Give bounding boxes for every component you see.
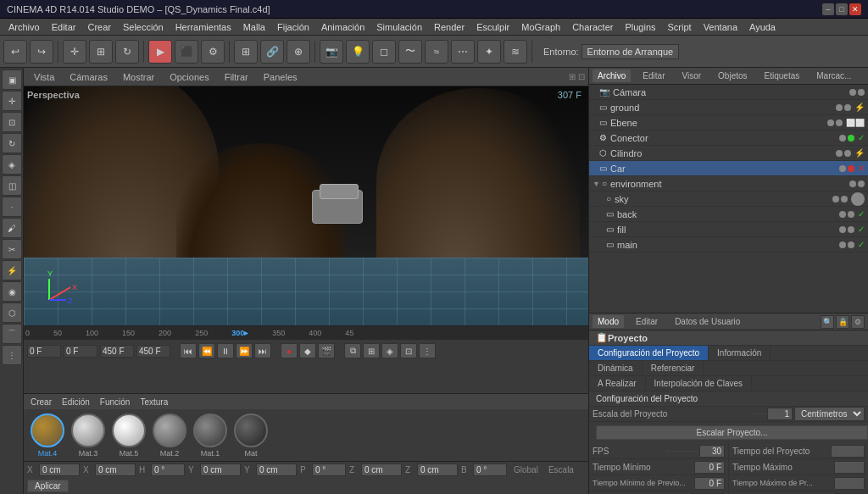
obj-row-cilindro[interactable]: ⬡ Cilindro ⚡: [589, 146, 868, 161]
move-tool[interactable]: ✛: [2, 91, 22, 111]
attr-interpolacion-tab[interactable]: Interpolación de Claves: [646, 376, 753, 391]
lock-icon[interactable]: 🔒: [836, 315, 849, 329]
light-button[interactable]: 💡: [346, 40, 370, 64]
material-item-mat[interactable]: Mat: [234, 414, 268, 458]
obj-row-car[interactable]: ▭ Car ✕: [589, 161, 868, 176]
material-item-mat.5[interactable]: Mat.5: [112, 414, 146, 458]
obj-tab-visor[interactable]: Visor: [676, 69, 706, 82]
particle-button[interactable]: ✦: [477, 40, 501, 64]
menu-item-esculpir[interactable]: Esculpir: [471, 20, 515, 34]
viewport-tab-mostrar[interactable]: Mostrar: [116, 70, 161, 84]
current-frame-input[interactable]: [27, 345, 61, 358]
menu-item-ventana[interactable]: Ventana: [698, 20, 743, 34]
extra-tool-1[interactable]: ⋮: [2, 345, 22, 365]
bend-tool[interactable]: ⌒: [2, 324, 22, 344]
menu-item-character[interactable]: Character: [567, 20, 618, 34]
knife-tool[interactable]: ✂: [2, 239, 22, 259]
menu-item-mograph[interactable]: MoGraph: [516, 20, 565, 34]
timeline-btn2[interactable]: ⊞: [363, 343, 380, 358]
anim-toggle-button[interactable]: 🎬: [318, 343, 335, 358]
escala-input[interactable]: [767, 408, 793, 420]
attr-section-proyecto[interactable]: 📋 Proyecto: [589, 330, 868, 346]
scale-tool[interactable]: ⊡: [2, 112, 22, 132]
tprev-input[interactable]: [694, 477, 725, 490]
attr-config-tab[interactable]: Configuración del Proyecto: [589, 346, 709, 360]
menu-item-editar[interactable]: Editar: [47, 20, 81, 34]
menu-item-selección[interactable]: Selección: [118, 20, 169, 34]
x-input[interactable]: [39, 463, 80, 476]
menu-item-script[interactable]: Script: [663, 20, 697, 34]
mat-edicion[interactable]: Edición: [62, 397, 90, 407]
polygon-tool[interactable]: ◈: [2, 154, 22, 175]
go-end-button[interactable]: ⏭: [254, 343, 271, 358]
extrude-tool[interactable]: ⬡: [2, 303, 22, 323]
attr-arealizar-tab[interactable]: A Realizar: [589, 376, 646, 391]
close-button[interactable]: ✕: [849, 3, 861, 15]
deform-button[interactable]: ⋯: [451, 40, 475, 64]
obj-row-main[interactable]: ▭ main ✓: [589, 237, 868, 253]
preview-end-input[interactable]: [136, 345, 170, 358]
material-item-mat.3[interactable]: Mat.3: [71, 414, 105, 458]
mat-funcion[interactable]: Función: [100, 397, 131, 407]
next-frame-button[interactable]: ⏩: [236, 343, 253, 358]
prev-frame-button[interactable]: ⏪: [198, 343, 215, 358]
start-frame-input[interactable]: [64, 345, 97, 358]
render-button[interactable]: ▶: [148, 40, 172, 64]
menu-item-plugins[interactable]: Plugins: [620, 20, 660, 34]
sy-input[interactable]: [256, 463, 297, 476]
obj-tab-marcac[interactable]: Marcac...: [811, 69, 856, 82]
attr-tab-editar[interactable]: Editar: [631, 315, 663, 328]
undo-button[interactable]: ↩: [3, 40, 27, 64]
material-item-mat.4[interactable]: Mat.4: [31, 414, 64, 458]
keyframe-button[interactable]: ◆: [299, 343, 316, 358]
axis-button[interactable]: ⊕: [287, 40, 310, 64]
tmax-input[interactable]: [834, 461, 865, 474]
camera-button[interactable]: 📷: [320, 40, 343, 64]
b-input[interactable]: [473, 463, 507, 476]
menu-item-render[interactable]: Render: [429, 20, 470, 34]
menu-item-simulación[interactable]: Simulación: [371, 20, 427, 34]
snap-button[interactable]: 🔗: [260, 40, 284, 64]
viewport-tab-filtrar[interactable]: Filtrar: [218, 70, 255, 84]
point-tool[interactable]: ·: [2, 197, 22, 217]
viewport-tab-opciones[interactable]: Opciones: [163, 70, 215, 84]
3d-viewport[interactable]: Perspectiva X Y Z 307 F: [24, 86, 588, 325]
end-frame-input[interactable]: [100, 345, 134, 358]
obj-row-sky[interactable]: ○ sky: [589, 191, 868, 207]
obj-row-conector[interactable]: ⚙ Conector ✓: [589, 130, 868, 146]
timeline-btn1[interactable]: ⧉: [344, 343, 361, 358]
viewport-tab-vista[interactable]: Vista: [27, 70, 61, 84]
minimize-button[interactable]: –: [822, 3, 834, 15]
move-button[interactable]: ✛: [63, 40, 86, 64]
escalar-proyecto-button[interactable]: Escalar Proyecto...: [596, 425, 868, 440]
menu-item-archivo[interactable]: Archivo: [3, 20, 45, 34]
attr-info-tab[interactable]: Información: [709, 346, 771, 360]
paint-tool[interactable]: 🖌: [2, 218, 22, 238]
menu-item-malla[interactable]: Malla: [238, 20, 270, 34]
go-start-button[interactable]: ⏮: [180, 343, 197, 358]
p-input[interactable]: [312, 463, 346, 476]
tiempo-proyecto-input[interactable]: [831, 445, 865, 458]
edge-tool[interactable]: ◫: [2, 175, 22, 196]
viewport-tab-paneles[interactable]: Paneles: [257, 70, 304, 84]
obj-row-camera[interactable]: 📷 Cámara: [589, 85, 868, 100]
viewport-tab-camaras[interactable]: Cámaras: [63, 70, 114, 84]
play-button[interactable]: ⏸: [217, 343, 234, 358]
sx-input[interactable]: [95, 463, 136, 476]
timeline-btn5[interactable]: ⋮: [419, 343, 436, 358]
y-input[interactable]: [200, 463, 241, 476]
hair-button[interactable]: ≋: [504, 40, 527, 64]
menu-item-crear[interactable]: Crear: [82, 20, 116, 34]
render-region-button[interactable]: ⬛: [175, 40, 198, 64]
grid-button[interactable]: ⊞: [234, 40, 258, 64]
search-icon[interactable]: 🔍: [821, 315, 834, 329]
record-button[interactable]: ●: [281, 343, 298, 358]
obj-tab-objetos[interactable]: Objetos: [713, 69, 752, 82]
attr-tab-datos[interactable]: Datos de Usuario: [670, 315, 745, 328]
menu-item-herramientas[interactable]: Herramientas: [170, 20, 236, 34]
mat-textura[interactable]: Textura: [140, 397, 168, 407]
scale-button[interactable]: ⊞: [89, 40, 113, 64]
nurbs-button[interactable]: ≈: [425, 40, 448, 64]
sz-input[interactable]: [417, 463, 458, 476]
obj-row-ebene[interactable]: ▭ Ebene ⬜⬜: [589, 115, 868, 130]
